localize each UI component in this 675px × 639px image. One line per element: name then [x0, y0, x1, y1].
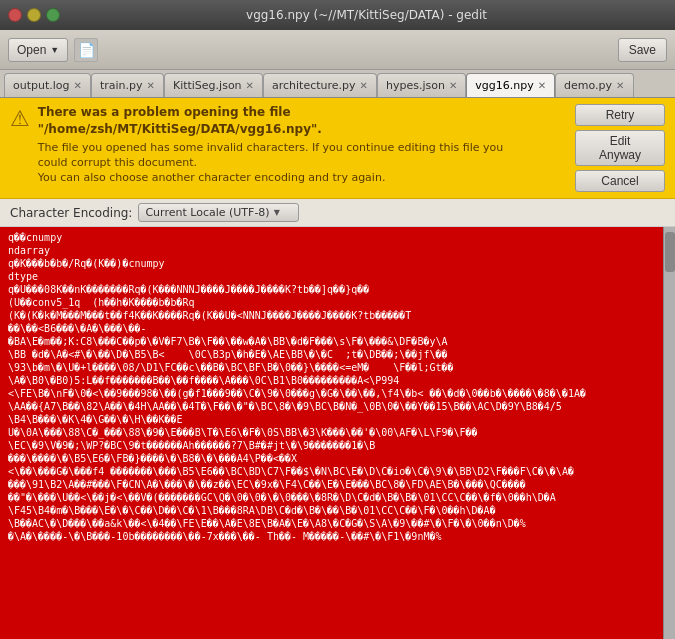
tab-close-icon[interactable]: ✕	[449, 80, 457, 91]
tab-demo-py[interactable]: demo.py ✕	[555, 73, 633, 97]
tab-label: demo.py	[564, 79, 612, 92]
tab-label: output.log	[13, 79, 70, 92]
tab-close-icon[interactable]: ✕	[246, 80, 254, 91]
encoding-label: Character Encoding:	[10, 206, 132, 220]
open-button[interactable]: Open ▼	[8, 38, 68, 62]
tab-label: train.py	[100, 79, 143, 92]
window-controls[interactable]	[8, 8, 60, 22]
warning-bar: ⚠ There was a problem opening the file "…	[0, 98, 675, 199]
encoding-bar: Character Encoding: Current Locale (UTF-…	[0, 199, 675, 227]
warning-detail: The file you opened has some invalid cha…	[38, 140, 567, 186]
encoding-value: Current Locale (UTF-8)	[145, 206, 269, 219]
close-button[interactable]	[8, 8, 22, 22]
scrollbar-thumb[interactable]	[665, 232, 675, 272]
toolbar: Open ▼ 📄 Save	[0, 30, 675, 70]
tab-label: KittiSeg.json	[173, 79, 242, 92]
window-title: vgg16.npy (~//MT/KittiSeg/DATA) - gedit	[66, 8, 667, 22]
tab-train-py[interactable]: train.py ✕	[91, 73, 164, 97]
tab-architecture-py[interactable]: architecture.py ✕	[263, 73, 377, 97]
warning-content: There was a problem opening the file "/h…	[38, 104, 567, 192]
cancel-button[interactable]: Cancel	[575, 170, 665, 192]
vertical-scrollbar[interactable]	[663, 227, 675, 639]
toolbar-icon: 📄	[74, 38, 98, 62]
tab-label: vgg16.npy	[475, 79, 533, 92]
tab-output-log[interactable]: output.log ✕	[4, 73, 91, 97]
tab-label: hypes.json	[386, 79, 445, 92]
warning-title: There was a problem opening the file "/h…	[38, 104, 567, 138]
minimize-button[interactable]	[27, 8, 41, 22]
tab-bar: output.log ✕ train.py ✕ KittiSeg.json ✕ …	[0, 70, 675, 98]
save-button[interactable]: Save	[618, 38, 667, 62]
tab-label: architecture.py	[272, 79, 356, 92]
warning-buttons: Retry Edit Anyway Cancel	[575, 104, 665, 192]
tab-close-icon[interactable]: ✕	[74, 80, 82, 91]
open-dropdown-arrow[interactable]: ▼	[50, 45, 59, 55]
retry-button[interactable]: Retry	[575, 104, 665, 126]
tab-hypes-json[interactable]: hypes.json ✕	[377, 73, 466, 97]
warning-icon: ⚠	[10, 106, 30, 192]
tab-kittiseg-json[interactable]: KittiSeg.json ✕	[164, 73, 263, 97]
editor-content[interactable]: q��cnumpy ndarray q�K���b�b�/Rq�(K��)�cn…	[0, 227, 675, 639]
titlebar: vgg16.npy (~//MT/KittiSeg/DATA) - gedit	[0, 0, 675, 30]
maximize-button[interactable]	[46, 8, 60, 22]
tab-close-icon[interactable]: ✕	[147, 80, 155, 91]
edit-anyway-button[interactable]: Edit Anyway	[575, 130, 665, 166]
open-label: Open	[17, 43, 46, 57]
tab-close-icon[interactable]: ✕	[538, 80, 546, 91]
tab-close-icon[interactable]: ✕	[616, 80, 624, 91]
tab-close-icon[interactable]: ✕	[360, 80, 368, 91]
encoding-select[interactable]: Current Locale (UTF-8)	[138, 203, 298, 222]
editor-area[interactable]: q��cnumpy ndarray q�K���b�b�/Rq�(K��)�cn…	[0, 227, 675, 639]
tab-vgg16-npy[interactable]: vgg16.npy ✕	[466, 73, 555, 97]
